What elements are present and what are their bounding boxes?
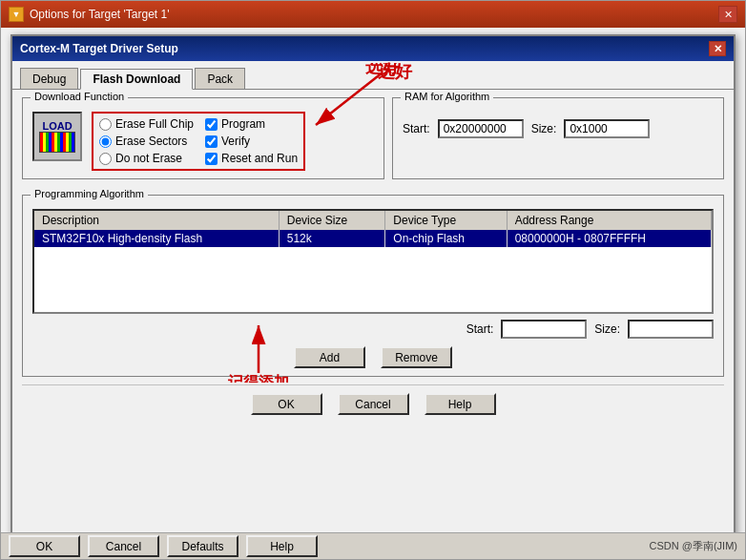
add-remove-row: Add Remove <box>32 346 714 368</box>
check-reset-and-run-label: Reset and Run <box>221 152 298 165</box>
df-inner: LOAD Erase Full Chip <box>32 112 374 171</box>
outer-defaults-button[interactable]: Defaults <box>167 535 238 557</box>
ram-row: Start: Size: <box>403 119 714 138</box>
load-graphic <box>39 132 75 153</box>
outer-close-button[interactable]: ✕ <box>718 6 737 23</box>
radio-do-not-erase[interactable]: Do not Erase <box>99 152 194 165</box>
algorithm-table: Description Device Size Device Type Addr… <box>34 211 712 247</box>
check-reset-and-run[interactable]: Reset and Run <box>205 152 298 165</box>
programming-algorithm-group: Programming Algorithm Description Device… <box>22 195 724 377</box>
algo-start-label: Start: <box>466 322 494 336</box>
ram-algorithm-content: Start: Size: <box>393 98 723 146</box>
outer-window-title: Options for Target 'Target 1' <box>30 8 169 21</box>
add-button[interactable]: Add <box>294 346 365 368</box>
load-icon: LOAD <box>32 112 82 161</box>
tab-pack[interactable]: Pack <box>195 68 245 89</box>
radio-checkbox-group: Erase Full Chip Erase Sectors <box>99 117 298 165</box>
ram-start-label: Start: <box>403 122 430 135</box>
ram-start-input[interactable] <box>438 119 524 138</box>
start-size-row: Start: Size: <box>32 320 714 339</box>
radio-do-not-erase-label: Do not Erase <box>115 152 182 165</box>
check-verify-label: Verify <box>221 135 250 148</box>
download-function-content: LOAD Erase Full Chip <box>23 98 383 178</box>
outer-titlebar: ▼ Options for Target 'Target 1' ✕ <box>1 1 745 28</box>
options-highlight-box: Erase Full Chip Erase Sectors <box>92 112 305 171</box>
table-row[interactable]: STM32F10x High-density Flash 512k On-chi… <box>34 230 712 247</box>
check-verify-input[interactable] <box>205 135 218 148</box>
check-reset-and-run-input[interactable] <box>205 153 218 165</box>
inner-titlebar: Cortex-M Target Driver Setup ✕ <box>12 36 734 61</box>
algo-start-input[interactable] <box>501 320 587 339</box>
check-verify[interactable]: Verify <box>205 135 298 148</box>
ram-algorithm-title: RAM for Algorithm <box>401 91 493 102</box>
dialog-bottom-buttons: OK Cancel Help <box>22 384 724 421</box>
programming-algorithm-content: Description Device Size Device Type Addr… <box>23 196 723 376</box>
outer-title-area: ▼ Options for Target 'Target 1' <box>9 7 169 22</box>
bottom-bar-buttons: OK Cancel Defaults Help <box>9 535 318 557</box>
col-device-type: Device Type <box>385 211 507 230</box>
tab-flash-download[interactable]: Flash Download <box>80 69 193 90</box>
help-button[interactable]: Help <box>425 393 496 415</box>
radio-erase-sectors-input[interactable] <box>99 135 112 148</box>
radio-erase-full-chip-input[interactable] <box>99 118 112 131</box>
outer-cancel-button[interactable]: Cancel <box>88 535 159 557</box>
inner-dialog-title: Cortex-M Target Driver Setup <box>20 42 178 55</box>
cancel-button[interactable]: Cancel <box>338 393 409 415</box>
cell-description: STM32F10x High-density Flash <box>34 230 279 247</box>
ram-algorithm-group: RAM for Algorithm Start: Size: <box>392 97 724 179</box>
tab-bar: Debug Flash Download Pack <box>12 61 734 90</box>
inner-close-button[interactable]: ✕ <box>709 41 726 56</box>
cell-device-type: On-chip Flash <box>385 230 507 247</box>
ram-size-input[interactable] <box>564 119 650 138</box>
col-address-range: Address Range <box>507 211 711 230</box>
radio-erase-full-chip-label: Erase Full Chip <box>115 117 194 131</box>
ram-size-label: Size: <box>531 122 557 135</box>
table-header-row: Description Device Size Device Type Addr… <box>34 211 712 230</box>
col-description: Description <box>34 211 279 230</box>
download-function-title: Download Function <box>31 91 128 102</box>
radio-erase-sectors[interactable]: Erase Sectors <box>99 135 194 148</box>
radio-do-not-erase-input[interactable] <box>99 153 112 165</box>
col-device-size: Device Size <box>279 211 385 230</box>
tab-debug[interactable]: Debug <box>20 68 78 89</box>
load-text: LOAD <box>42 120 72 132</box>
programming-algorithm-title: Programming Algorithm <box>31 188 148 199</box>
checkbox-column: Program Verify Reset and R <box>205 117 298 165</box>
download-function-group: Download Function LOAD <box>22 97 384 179</box>
outer-window: ▼ Options for Target 'Target 1' ✕ Cortex… <box>0 0 746 560</box>
outer-bottom-bar: OK Cancel Defaults Help CSDN @季南(JIM) <box>1 532 745 559</box>
algo-size-input[interactable] <box>628 320 714 339</box>
algo-size-label: Size: <box>594 322 620 336</box>
ok-button[interactable]: OK <box>251 393 322 415</box>
cell-address-range: 08000000H - 0807FFFFH <box>507 230 711 247</box>
outer-ok-button[interactable]: OK <box>9 535 80 557</box>
dialog-content: Download Function LOAD <box>12 90 734 428</box>
algorithm-table-container: Description Device Size Device Type Addr… <box>32 209 714 314</box>
radio-column: Erase Full Chip Erase Sectors <box>99 117 194 165</box>
cell-device-size: 512k <box>279 230 385 247</box>
radio-erase-sectors-label: Erase Sectors <box>115 135 187 148</box>
inner-dialog: Cortex-M Target Driver Setup ✕ Debug Fla… <box>10 34 736 545</box>
app-icon: ▼ <box>9 7 24 22</box>
check-program[interactable]: Program <box>205 117 298 131</box>
check-program-label: Program <box>221 117 265 131</box>
remove-button[interactable]: Remove <box>381 346 452 368</box>
outer-help-button[interactable]: Help <box>246 535 318 557</box>
credit-text: CSDN @季南(JIM) <box>650 539 737 553</box>
check-program-input[interactable] <box>205 118 218 131</box>
top-row: Download Function LOAD <box>22 97 724 187</box>
radio-erase-full-chip[interactable]: Erase Full Chip <box>99 117 194 131</box>
